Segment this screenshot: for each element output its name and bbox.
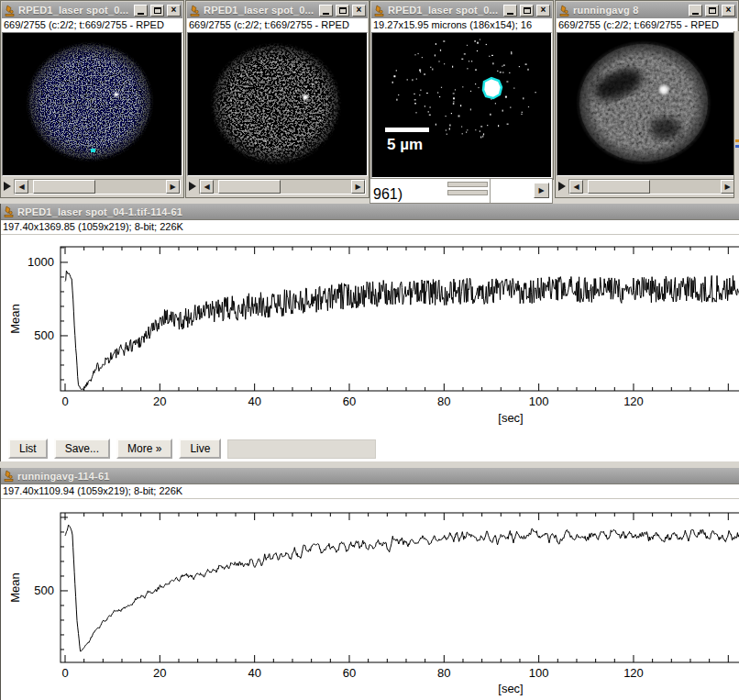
dark-patch <box>650 117 681 139</box>
plot-canvas-mean-vs-sec[interactable]: 020406080100120500Mean[sec] <box>1 498 739 698</box>
partial-icon <box>735 139 739 142</box>
titlebar-plot-1[interactable]: RPED1_laser spot_04-1.tif-114-61 <box>1 204 739 220</box>
image-canvas-dots[interactable]: 5 µm <box>371 32 552 178</box>
minimize-icon <box>692 13 699 15</box>
svg-text:120: 120 <box>623 666 644 680</box>
maximize-icon <box>339 7 347 14</box>
occluded-window: 961) ▶ <box>370 178 553 204</box>
imagej-microscope-icon <box>4 5 16 17</box>
close-button[interactable]: × <box>722 5 735 17</box>
stack-scroll-row-4: ◀ ▶ <box>557 176 737 196</box>
titlebar-window-1[interactable]: RPED1_laser spot_0... × <box>2 2 182 18</box>
svg-text:Mean: Mean <box>8 572 22 603</box>
occluded-text: 961) <box>373 186 403 203</box>
play-icon[interactable] <box>558 182 566 191</box>
stack-scrollbar-1[interactable]: ◀ ▶ <box>14 179 181 194</box>
close-icon: × <box>357 6 362 15</box>
svg-text:20: 20 <box>153 666 166 680</box>
minimize-icon <box>323 13 329 15</box>
image-window-1: RPED1_laser spot_0... × 669/2755 (c:2/2;… <box>0 0 184 198</box>
desktop: RPED1_laser spot_0... × 669/2755 (c:2/2;… <box>0 0 739 700</box>
stack-scrollbar-4[interactable]: ◀ ▶ <box>568 179 735 194</box>
minimize-button[interactable] <box>134 5 148 17</box>
play-icon[interactable] <box>4 182 11 191</box>
image-canvas-smooth[interactable] <box>557 32 737 176</box>
scroll-right-icon[interactable]: ▶ <box>534 183 549 198</box>
close-button[interactable]: × <box>536 5 550 17</box>
image-canvas-speckle-cyan[interactable] <box>2 32 182 176</box>
minimize-icon <box>507 13 513 15</box>
svg-text:0: 0 <box>61 666 68 680</box>
maximize-button[interactable] <box>705 5 719 17</box>
window-title: RPED1_laser spot_04-1.tif-114-61 <box>17 206 737 217</box>
plot-status-text: 197.40x1369.85 (1059x219); 8-bit; 226K <box>1 220 739 234</box>
scroll-left-icon[interactable]: ◀ <box>15 180 28 194</box>
plot-window-1: RPED1_laser spot_04-1.tif-114-61 197.40x… <box>0 204 739 461</box>
svg-text:[sec]: [sec] <box>498 682 523 695</box>
imagej-microscope-icon <box>373 5 385 17</box>
stack-scroll-row-1: ◀ ▶ <box>2 176 182 196</box>
minimize-button[interactable] <box>319 5 333 17</box>
svg-text:1000: 1000 <box>28 255 54 269</box>
imagej-microscope-icon <box>558 5 570 17</box>
coordinate-readout-field <box>227 439 376 459</box>
close-icon: × <box>171 6 177 15</box>
cell-image-4 <box>557 33 736 175</box>
maximize-button[interactable] <box>520 5 534 17</box>
titlebar-window-3[interactable]: RPED1_laser spot_0... × <box>371 2 552 18</box>
live-button[interactable]: Live <box>179 439 221 459</box>
close-button[interactable]: × <box>352 5 366 17</box>
window-title: RPED1_laser spot_0... <box>204 5 316 16</box>
cyan-marker <box>91 149 95 152</box>
image-status-text: 669/2755 (c:2/2; t:669/2755 - RPED <box>187 18 368 32</box>
save-button[interactable]: Save... <box>54 439 110 459</box>
cell-image-3: 5 µm <box>372 33 551 177</box>
imagej-microscope-icon <box>3 206 15 217</box>
maximize-button[interactable] <box>336 5 349 17</box>
scrollbar-thumb[interactable] <box>588 180 650 194</box>
scroll-left-icon[interactable]: ◀ <box>569 180 583 194</box>
plot-canvas-mean-vs-sec[interactable]: 0204060801001205001000Mean[sec] <box>1 234 739 436</box>
scroll-right-icon[interactable]: ▶ <box>166 180 180 194</box>
divider <box>490 179 491 204</box>
maximize-button[interactable] <box>150 5 164 17</box>
bright-spot <box>657 83 670 96</box>
minimize-button[interactable] <box>689 5 702 17</box>
close-button[interactable]: × <box>167 5 181 17</box>
svg-text:500: 500 <box>34 583 54 597</box>
scroll-left-icon[interactable]: ◀ <box>200 180 214 194</box>
titlebar-window-2[interactable]: RPED1_laser spot_0... × <box>187 2 368 18</box>
scalebar <box>385 128 429 132</box>
svg-text:80: 80 <box>437 666 450 680</box>
window-title: runningavg 8 <box>573 5 686 16</box>
svg-text:80: 80 <box>437 394 450 408</box>
titlebar-window-4[interactable]: runningavg 8 × <box>557 2 737 18</box>
svg-text:0: 0 <box>61 394 68 408</box>
window-title: RPED1_laser spot_0... <box>18 5 131 16</box>
scrollbar-thumb[interactable] <box>33 180 95 194</box>
occluded-widget <box>447 182 488 187</box>
scroll-right-icon[interactable]: ▶ <box>721 180 734 194</box>
stack-scrollbar-2[interactable]: ◀ ▶ <box>199 179 366 194</box>
stack-scroll-row-2: ◀ ▶ <box>187 176 368 196</box>
svg-text:20: 20 <box>153 394 166 408</box>
cell-image-2 <box>188 33 367 175</box>
more-button[interactable]: More » <box>116 439 172 459</box>
image-window-2: RPED1_laser spot_0... × 669/2755 (c:2/2;… <box>185 0 370 198</box>
maximize-icon <box>524 7 531 14</box>
svg-text:Mean: Mean <box>8 304 22 334</box>
scroll-right-icon[interactable]: ▶ <box>351 180 365 194</box>
image-window-3: RPED1_laser spot_0... × 19.27x15.95 micr… <box>370 0 554 180</box>
svg-text:60: 60 <box>343 666 356 680</box>
minimize-button[interactable] <box>503 5 517 17</box>
titlebar-plot-2[interactable]: runningavg-114-61 <box>1 468 739 484</box>
list-button[interactable]: List <box>8 439 48 459</box>
image-canvas-speckle-gray[interactable] <box>187 32 368 176</box>
image-status-text: 19.27x15.95 microns (186x154); 16 <box>371 18 552 32</box>
svg-text:120: 120 <box>623 394 644 408</box>
scrollbar-thumb[interactable] <box>218 180 281 194</box>
play-icon[interactable] <box>189 182 196 191</box>
window-title: runningavg-114-61 <box>17 471 737 482</box>
maximize-icon <box>154 7 161 14</box>
maximize-icon <box>709 7 716 14</box>
